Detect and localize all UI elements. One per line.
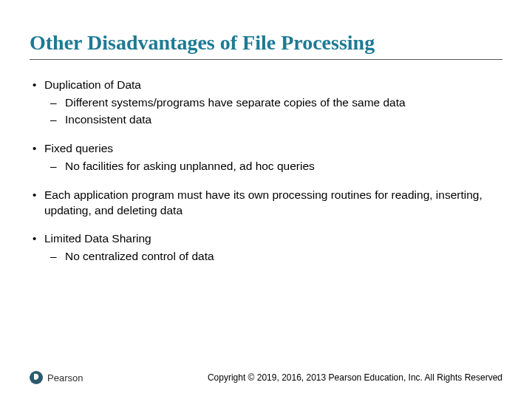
bullet-text: Duplication of Data — [44, 78, 141, 91]
list-item: Duplication of Data Different systems/pr… — [30, 78, 502, 128]
list-item: Fixed queries No facilities for asking u… — [30, 141, 502, 174]
title-underline — [30, 59, 502, 60]
list-item: Each application program must have its o… — [30, 188, 502, 219]
content-area: Duplication of Data Different systems/pr… — [30, 78, 502, 265]
sub-list: No facilities for asking unplanned, ad h… — [44, 159, 502, 174]
bullet-text: Inconsistent data — [65, 113, 151, 126]
list-item: No facilities for asking unplanned, ad h… — [44, 159, 502, 174]
list-item: No centralized control of data — [44, 249, 502, 265]
page-title: Other Disadvantages of File Processing — [30, 31, 502, 55]
brand-name: Pearson — [47, 372, 83, 383]
brand: Pearson — [30, 371, 83, 384]
list-item: Different systems/programs have separate… — [44, 95, 502, 111]
copyright-text: Copyright © 2019, 2016, 2013 Pearson Edu… — [208, 372, 502, 383]
sub-list: Different systems/programs have separate… — [44, 95, 502, 128]
bullet-text: No centralized control of data — [65, 250, 214, 262]
bullet-text: Each application program must have its o… — [44, 188, 482, 216]
bullet-text: Fixed queries — [44, 142, 113, 154]
slide: Other Disadvantages of File Processing D… — [0, 0, 532, 399]
bullet-text: Different systems/programs have separate… — [65, 96, 406, 109]
footer: Pearson Copyright © 2019, 2016, 2013 Pea… — [30, 371, 502, 384]
bullet-text: No facilities for asking unplanned, ad h… — [65, 160, 315, 172]
list-item: Inconsistent data — [44, 112, 502, 128]
bullet-text: Limited Data Sharing — [44, 232, 151, 245]
list-item: Limited Data Sharing No centralized cont… — [30, 231, 502, 265]
bullet-list: Duplication of Data Different systems/pr… — [30, 78, 502, 265]
sub-list: No centralized control of data — [44, 249, 502, 265]
pearson-logo-icon — [30, 371, 43, 384]
